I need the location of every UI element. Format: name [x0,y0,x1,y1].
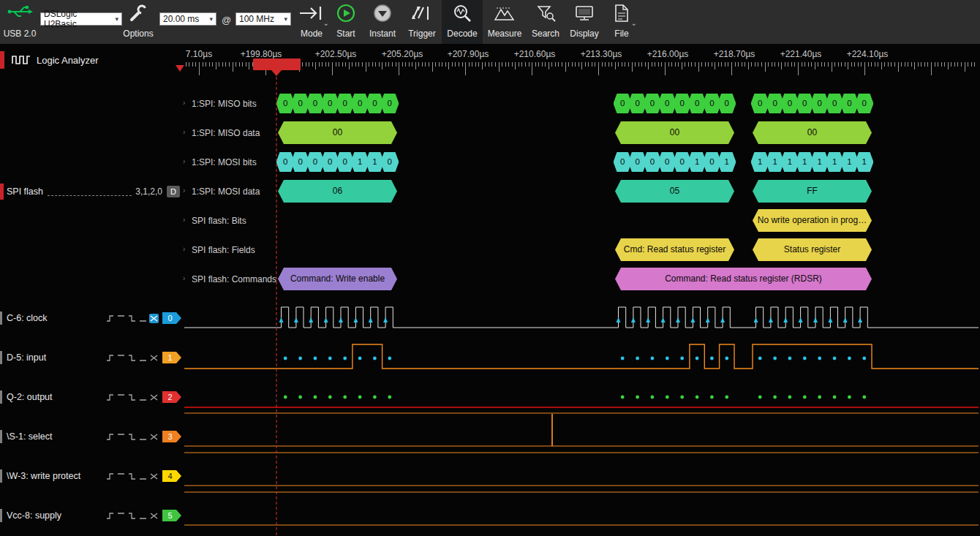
ruler-tick [558,62,559,67]
ruler-tick [735,62,736,67]
ruler-tick [628,62,629,67]
ruler-tick [588,62,589,67]
decode-row-chevron: › [183,99,185,107]
ruler-tick [625,62,625,67]
ruler-tick [328,62,329,67]
ruler-tick [392,62,393,67]
ruler-tick [908,62,908,67]
ruler-tick [605,62,606,67]
ruler-tick [708,62,709,67]
ruler-tick [203,62,203,67]
ruler-tick [701,62,702,67]
decode-field-annotation: Status register [753,238,872,261]
ruler-tick [901,62,902,67]
ruler-tick [485,62,486,67]
ruler-tick [222,62,223,67]
ruler-tick [834,62,835,67]
ruler-tick [366,62,366,72]
ruler-tick [798,62,799,75]
ruler-tick [336,62,336,67]
ruler-tick [309,62,309,67]
ruler-tick [502,62,502,67]
ruler-tick [655,62,655,67]
ruler-tick [905,62,905,67]
ruler-tick [339,62,339,67]
trigger-flag[interactable] [253,58,301,70]
ruler-tick [469,62,470,67]
ruler-tick [412,62,412,67]
ruler-tick [229,62,230,67]
ruler-tick [342,62,343,67]
ruler-tick [845,62,845,67]
ruler-tick [871,62,872,67]
decode-row-chevron: › [183,245,185,253]
ruler-tick [661,62,662,67]
ruler-tick [362,62,363,67]
decode-miso-bit: 0 [717,94,736,113]
ruler-tick [382,62,382,69]
ruler-tick [954,62,955,67]
ruler-tick [216,62,216,69]
ruler-label: +205.20µs [382,49,423,59]
ruler-tick [482,62,483,69]
decode-miso-data: 00 [753,121,872,144]
decode-row-label: 1:SPI: MOSI bits [192,157,257,167]
decode-mosi-data: 06 [278,180,397,203]
ruler-tick [731,62,732,75]
ruler-tick [638,62,639,67]
ruler-tick [425,62,426,67]
decode-mosi-bit: 0 [380,152,399,172]
ruler-tick [478,62,479,67]
ruler-tick [429,62,429,67]
ruler-tick [944,62,945,67]
ruler-tick [495,62,496,67]
ruler-tick [748,62,749,69]
ruler-tick [721,62,722,67]
decode-row-label: SPI flash: Commands [192,274,276,284]
ruler-tick [645,62,646,67]
ruler-tick [195,62,196,67]
ruler-tick [206,62,206,67]
ruler-tick [811,62,812,67]
ruler-label: +224.10µs [847,49,889,59]
ruler-tick [884,62,885,67]
ruler-tick [246,62,246,67]
ruler-label: 7.10µs [186,49,212,59]
ruler-tick [562,62,562,67]
ruler-tick [675,62,676,67]
decode-miso-bit: 0 [380,94,399,113]
ruler-tick [712,62,712,67]
decode-field-annotation: Cmd: Read status register [615,238,734,261]
ruler-tick [521,62,522,67]
ruler-tick [581,62,582,69]
ruler-tick [515,62,516,69]
ruler-tick [499,62,500,72]
ruler-tick [772,62,772,67]
ruler-tick [608,62,609,67]
ruler-tick [828,62,829,67]
ruler-tick [219,62,219,67]
ruler-label: +202.50µs [315,49,357,59]
ruler-label: +199.80µs [241,49,282,59]
ruler-tick [648,62,649,69]
decode-row-chevron: › [183,186,185,195]
ruler-tick [459,62,459,67]
ruler-label: +216.00µs [647,49,689,59]
ruler-tick [372,62,373,67]
ruler-tick [718,62,719,67]
ruler-tick [815,62,815,69]
ruler-tick [399,62,399,75]
trace-area[interactable]: 7.10µs+199.80µs+202.50µs+205.20µs+207.90… [0,0,980,536]
decode-row-chevron: › [183,216,185,224]
ruler-tick [385,62,386,67]
ruler-tick [745,62,745,67]
ruler-tick [355,62,356,67]
ruler-tick [465,62,466,75]
ruler-tick [439,62,440,67]
ruler-tick [249,62,249,69]
ruler-tick [802,62,802,67]
dsview-app: { "toolbar": { "usb_label": "USB 2.0", "… [0,0,980,536]
trigger-left-marker [176,65,184,72]
ruler-tick [685,62,685,67]
ruler-tick [894,62,895,67]
